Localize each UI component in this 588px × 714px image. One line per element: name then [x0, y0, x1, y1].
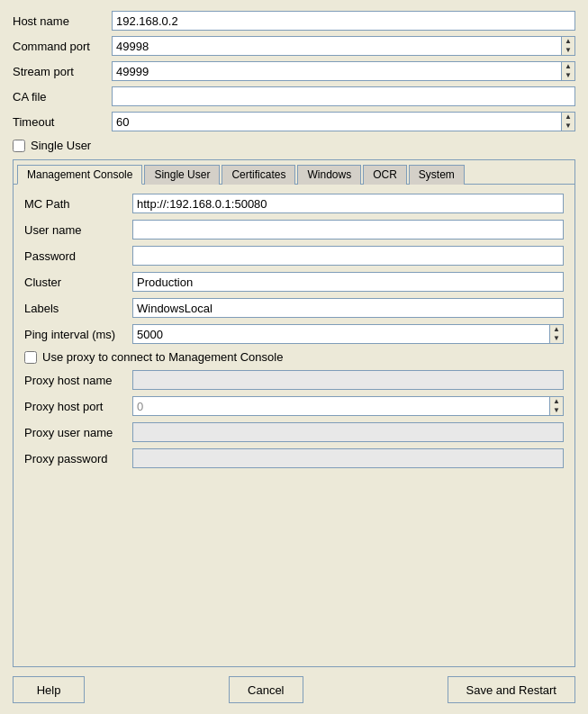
- proxy-host-port-down[interactable]: ▼: [550, 406, 563, 415]
- mc-user-name-input[interactable]: [132, 220, 564, 240]
- cancel-button[interactable]: Cancel: [229, 676, 303, 703]
- use-proxy-label: Use proxy to connect to Management Conso…: [42, 350, 283, 364]
- timeout-input[interactable]: [112, 112, 561, 131]
- proxy-host-port-input[interactable]: [132, 396, 549, 416]
- mc-cluster-label: Cluster: [24, 276, 132, 289]
- stream-port-spinner: ▲ ▼: [112, 61, 575, 81]
- command-port-spinner-buttons: ▲ ▼: [561, 36, 575, 56]
- command-port-row: Command port ▲ ▼: [13, 36, 575, 56]
- tab-management-console[interactable]: Management Console: [17, 165, 142, 185]
- use-proxy-row: Use proxy to connect to Management Conso…: [24, 350, 564, 364]
- tab-ocr[interactable]: OCR: [363, 165, 407, 185]
- mc-ping-row: Ping interval (ms) ▲ ▼: [24, 324, 564, 344]
- mc-password-label: Password: [24, 249, 132, 263]
- save-restart-button[interactable]: Save and Restart: [448, 676, 575, 703]
- timeout-label: Timeout: [13, 115, 112, 129]
- command-port-spinner: ▲ ▼: [112, 36, 575, 56]
- proxy-host-port-spinner: ▲ ▼: [132, 396, 564, 416]
- stream-port-up[interactable]: ▲: [562, 62, 574, 71]
- proxy-host-port-row: Proxy host port ▲ ▼: [24, 396, 564, 416]
- command-port-label: Command port: [13, 40, 112, 53]
- proxy-user-name-input[interactable]: [132, 422, 564, 442]
- mc-path-row: MC Path: [24, 194, 564, 213]
- mc-path-label: MC Path: [24, 197, 132, 211]
- stream-port-input[interactable]: [112, 61, 561, 81]
- proxy-user-name-label: Proxy user name: [24, 426, 132, 439]
- proxy-host-port-label: Proxy host port: [24, 400, 132, 413]
- command-port-input[interactable]: [112, 36, 561, 56]
- mc-cluster-row: Cluster: [24, 272, 564, 292]
- ca-file-label: CA file: [13, 90, 112, 104]
- host-name-input[interactable]: [112, 11, 575, 31]
- mc-labels-label: Labels: [24, 302, 132, 315]
- mc-user-name-label: User name: [24, 223, 132, 237]
- mc-path-input[interactable]: [132, 194, 564, 213]
- command-port-down[interactable]: ▼: [562, 46, 574, 55]
- mc-password-row: Password: [24, 246, 564, 266]
- timeout-spinner: ▲ ▼: [112, 112, 575, 131]
- use-proxy-checkbox[interactable]: [24, 351, 37, 364]
- mc-user-name-row: User name: [24, 220, 564, 240]
- tab-certificates[interactable]: Certificates: [222, 165, 295, 185]
- mc-ping-up[interactable]: ▲: [550, 325, 563, 334]
- tab-single-user[interactable]: Single User: [144, 165, 220, 185]
- timeout-up[interactable]: ▲: [562, 113, 574, 122]
- proxy-password-input[interactable]: [132, 448, 564, 468]
- proxy-user-name-row: Proxy user name: [24, 422, 564, 442]
- mc-password-input[interactable]: [132, 246, 564, 266]
- mc-ping-spinner: ▲ ▼: [132, 324, 564, 344]
- mc-labels-input[interactable]: [132, 298, 564, 318]
- proxy-host-port-spinner-buttons: ▲ ▼: [549, 396, 564, 416]
- proxy-password-label: Proxy password: [24, 452, 132, 465]
- single-user-checkbox[interactable]: [13, 140, 25, 152]
- proxy-host-name-input[interactable]: [132, 370, 564, 390]
- bottom-buttons: Help Cancel Save and Restart: [13, 667, 575, 703]
- mc-ping-input[interactable]: [132, 324, 549, 344]
- help-button[interactable]: Help: [13, 676, 85, 703]
- timeout-down[interactable]: ▼: [562, 122, 574, 131]
- stream-port-spinner-buttons: ▲ ▼: [561, 61, 575, 81]
- single-user-label: Single User: [31, 139, 91, 152]
- proxy-host-port-up[interactable]: ▲: [550, 397, 563, 406]
- mc-ping-down[interactable]: ▼: [550, 334, 563, 343]
- mc-ping-spinner-buttons: ▲ ▼: [549, 324, 564, 344]
- tab-header: Management Console Single User Certifica…: [14, 160, 574, 185]
- proxy-host-name-label: Proxy host name: [24, 374, 132, 387]
- tab-system[interactable]: System: [409, 165, 465, 185]
- timeout-row: Timeout ▲ ▼: [13, 112, 575, 131]
- ca-file-input[interactable]: [112, 86, 575, 106]
- host-name-label: Host name: [13, 14, 112, 28]
- tab-panel: Management Console Single User Certifica…: [13, 159, 575, 667]
- mc-labels-row: Labels: [24, 298, 564, 318]
- stream-port-row: Stream port ▲ ▼: [13, 61, 575, 81]
- stream-port-label: Stream port: [13, 65, 112, 78]
- stream-port-down[interactable]: ▼: [562, 71, 574, 80]
- single-user-row: Single User: [13, 139, 575, 152]
- timeout-spinner-buttons: ▲ ▼: [561, 112, 575, 131]
- host-name-row: Host name: [13, 11, 575, 31]
- mc-ping-label: Ping interval (ms): [24, 328, 132, 341]
- mc-cluster-input[interactable]: [132, 272, 564, 292]
- management-console-content: MC Path User name Password Cluster Label…: [14, 185, 574, 666]
- proxy-password-row: Proxy password: [24, 448, 564, 468]
- tab-windows[interactable]: Windows: [297, 165, 361, 185]
- proxy-host-name-row: Proxy host name: [24, 370, 564, 390]
- command-port-up[interactable]: ▲: [562, 37, 574, 46]
- ca-file-row: CA file: [13, 86, 575, 106]
